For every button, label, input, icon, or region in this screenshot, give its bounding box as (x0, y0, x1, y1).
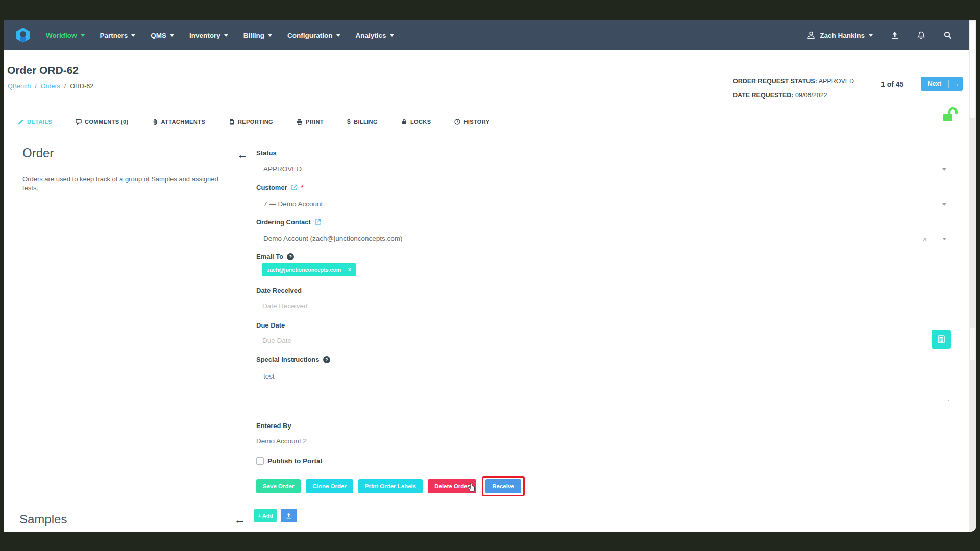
next-button-label: Next (921, 80, 948, 87)
breadcrumb-orders-link[interactable]: Orders (41, 83, 60, 90)
external-link-icon[interactable] (314, 219, 321, 226)
breadcrumb-separator: / (64, 83, 66, 90)
samples-section-heading: Samples (19, 512, 67, 527)
help-icon[interactable]: ? (323, 356, 330, 363)
tab-label: PRINT (306, 119, 324, 125)
status-select-caret-icon[interactable] (942, 168, 946, 171)
tab-label: ATTACHMENTS (161, 119, 205, 125)
top-navbar: Workflow Partners QMS Inventory Billing … (4, 20, 976, 50)
field-label-text: Date Received (256, 287, 302, 294)
order-request-status: ORDER REQUEST STATUS: APPROVED (733, 78, 854, 85)
field-label-text: Email To (256, 253, 283, 260)
field-label-text: Status (256, 149, 277, 157)
app-window: Workflow Partners QMS Inventory Billing … (4, 20, 976, 532)
date-received-input[interactable]: Date Received (262, 302, 308, 310)
nav-item-label: Partners (100, 32, 128, 39)
date-requested-label: DATE REQUESTED: (733, 92, 794, 99)
upload-icon[interactable] (890, 31, 899, 40)
comment-icon (76, 119, 82, 125)
print-order-labels-button[interactable]: Print Order Labels (358, 479, 423, 493)
publish-to-portal-label: Publish to Portal (267, 457, 322, 465)
breadcrumb: QBench / Orders / ORD-62 (8, 83, 93, 90)
field-label-text: Entered By (256, 422, 291, 430)
nav-item-partners[interactable]: Partners (100, 32, 136, 39)
calculator-widget-button[interactable] (932, 330, 951, 349)
printer-icon (297, 119, 303, 125)
tab-billing[interactable]: $ BILLING (347, 118, 378, 126)
chevron-down-icon (224, 34, 228, 37)
tab-locks[interactable]: LOCKS (401, 118, 431, 126)
nav-item-qms[interactable]: QMS (151, 32, 174, 39)
tab-print[interactable]: PRINT (297, 118, 324, 126)
remove-email-icon[interactable]: x (348, 267, 351, 272)
tab-details[interactable]: DETAILS (18, 118, 52, 126)
ordering-contact-select-value[interactable]: Demo Account (zach@junctionconcepts.com) (263, 235, 403, 242)
external-link-icon[interactable] (291, 184, 298, 191)
breadcrumb-home-link[interactable]: QBench (8, 83, 31, 90)
due-date-input[interactable]: Due Date (262, 337, 291, 344)
special-instructions-textarea[interactable]: test (263, 372, 275, 380)
ordering-contact-field-label: Ordering Contact (256, 218, 321, 226)
customer-select-caret-icon[interactable] (942, 203, 946, 206)
document-icon (229, 119, 235, 125)
nav-item-label: Billing (243, 32, 264, 39)
nav-item-inventory[interactable]: Inventory (189, 32, 228, 39)
tab-label: COMMENTS (0) (85, 119, 128, 125)
textarea-resize-handle[interactable] (943, 399, 949, 405)
chevron-down-icon (390, 34, 394, 37)
upload-icon (285, 512, 292, 519)
upload-samples-button[interactable] (281, 509, 297, 522)
tab-label: HISTORY (463, 119, 489, 125)
tab-label: LOCKS (410, 119, 431, 125)
email-to-field-label: Email To ? (256, 253, 294, 260)
chevron-down-icon (268, 34, 272, 37)
tab-reporting[interactable]: REPORTING (229, 118, 273, 126)
search-icon[interactable] (943, 31, 952, 40)
scrollbar-pill (970, 328, 975, 360)
add-sample-button[interactable]: + Add (254, 509, 277, 522)
date-requested: DATE REQUESTED: 09/06/2022 (733, 92, 827, 99)
dollar-icon: $ (347, 118, 351, 126)
date-requested-value: 09/06/2022 (795, 92, 827, 99)
save-order-button[interactable]: Save Order (256, 479, 301, 493)
required-indicator: * (301, 184, 304, 191)
chevron-down-icon (131, 34, 135, 37)
receive-button[interactable]: Receive (485, 479, 521, 493)
user-menu[interactable]: Zach Hankins (806, 31, 873, 40)
nav-right: Zach Hankins (806, 31, 952, 40)
entered-by-field-label: Entered By (256, 422, 291, 430)
next-record-button[interactable]: Next → (921, 77, 963, 91)
clone-order-button[interactable]: Clone Order (306, 479, 353, 493)
tab-label: DETAILS (27, 119, 52, 125)
nav-item-billing[interactable]: Billing (243, 32, 272, 39)
customer-select-value[interactable]: 7 — Demo Account (263, 200, 323, 208)
nav-item-label: QMS (151, 32, 166, 39)
nav-item-configuration[interactable]: Configuration (287, 32, 340, 39)
help-icon[interactable]: ? (287, 253, 294, 260)
qbench-logo[interactable] (14, 27, 32, 44)
status-select-value[interactable]: APPROVED (263, 165, 302, 173)
breadcrumb-separator: / (35, 83, 36, 90)
bell-icon[interactable] (917, 31, 926, 40)
nav-item-workflow[interactable]: Workflow (46, 32, 85, 39)
scrollbar-thumb[interactable] (970, 21, 975, 118)
tab-comments[interactable]: COMMENTS (0) (76, 118, 128, 126)
collapse-order-section-icon[interactable]: ← (237, 149, 248, 160)
tab-attachments[interactable]: ATTACHMENTS (152, 118, 205, 126)
tab-history[interactable]: HISTORY (454, 118, 489, 126)
chevron-down-icon (170, 34, 174, 37)
nav-item-label: Workflow (46, 32, 77, 39)
clear-ordering-contact-icon[interactable]: × (923, 236, 927, 243)
publish-to-portal-checkbox[interactable] (256, 457, 264, 465)
unlock-icon[interactable] (941, 107, 960, 124)
status-field-label: Status (256, 149, 277, 157)
person-icon (806, 31, 816, 40)
ordering-contact-select-caret-icon[interactable] (942, 238, 946, 240)
order-actions: Save Order Clone Order Print Order Label… (256, 476, 525, 496)
nav-item-analytics[interactable]: Analytics (356, 32, 394, 39)
nav-menu: Workflow Partners QMS Inventory Billing … (46, 32, 394, 39)
nav-item-label: Inventory (189, 32, 220, 39)
record-pager-count: 1 of 45 (881, 80, 903, 88)
scrollbar-track[interactable] (969, 20, 976, 532)
collapse-samples-section-icon[interactable]: ← (234, 514, 246, 525)
